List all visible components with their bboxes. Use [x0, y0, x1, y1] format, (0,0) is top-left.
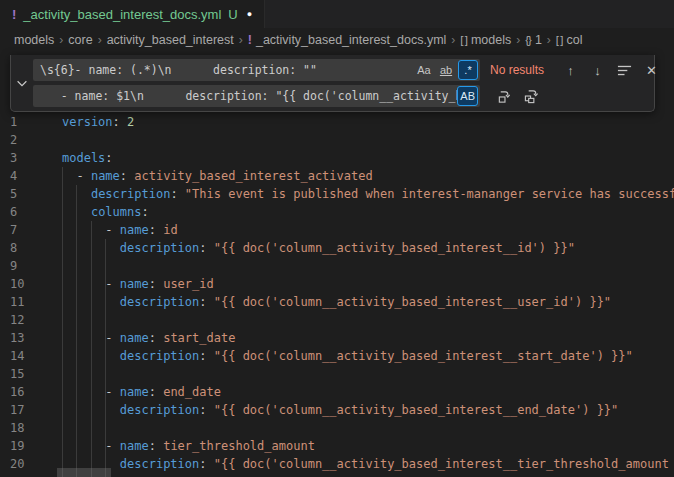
- breadcrumb-separator: ›: [59, 33, 63, 47]
- breadcrumb-label: models: [471, 33, 511, 47]
- find-in-selection-icon: [617, 63, 632, 78]
- breadcrumb-item-col[interactable]: [ ]col: [556, 33, 583, 47]
- line-number[interactable]: 7: [0, 221, 40, 239]
- breadcrumb-label: activity_based_interest: [107, 33, 234, 47]
- code-text: version: 2: [62, 113, 134, 131]
- line-number[interactable]: 8: [0, 239, 40, 257]
- symbol-object-icon: {}: [525, 34, 531, 46]
- line-number[interactable]: 11: [0, 293, 40, 311]
- find-in-selection-button[interactable]: [614, 60, 635, 81]
- code-line[interactable]: 14 description: "{{ doc('column__activit…: [0, 347, 674, 365]
- code-text: columns:: [62, 203, 149, 221]
- line-number[interactable]: 13: [0, 329, 40, 347]
- breadcrumb-item-activity_based_interest[interactable]: activity_based_interest: [107, 33, 234, 47]
- horizontal-scrollbar[interactable]: [57, 468, 111, 477]
- breadcrumb-item-models[interactable]: models: [14, 33, 54, 47]
- code-line[interactable]: 19 - name: tier_threshold_amount: [0, 437, 674, 455]
- line-number[interactable]: 9: [0, 257, 40, 275]
- breadcrumb-separator: ›: [98, 33, 102, 47]
- previous-match-button[interactable]: ↑: [560, 60, 581, 81]
- line-number[interactable]: 12: [0, 311, 40, 329]
- code-line[interactable]: 1version: 2: [0, 113, 674, 131]
- breadcrumb-item-core[interactable]: core: [68, 33, 92, 47]
- code-text: description: "{{ doc('column__activity_b…: [62, 401, 618, 419]
- breadcrumb-separator: ›: [516, 33, 520, 47]
- tab-activity-based-interest-docs[interactable]: ! _activity_based_interest_docs.yml U ●: [0, 0, 265, 28]
- line-number[interactable]: 1: [0, 113, 40, 131]
- code-text: - name: user_id: [62, 275, 214, 293]
- code-line[interactable]: 9: [0, 257, 674, 275]
- git-untracked-badge: U: [228, 7, 237, 22]
- code-line[interactable]: 3models:: [0, 149, 674, 167]
- replace-icon: [497, 89, 512, 104]
- code-line[interactable]: 11 description: "{{ doc('column__activit…: [0, 293, 674, 311]
- code-line[interactable]: 18: [0, 419, 674, 437]
- editor-pane[interactable]: 1version: 223models:4 - name: activity_b…: [0, 52, 674, 477]
- line-number[interactable]: 5: [0, 185, 40, 203]
- code-line[interactable]: 17 description: "{{ doc('column__activit…: [0, 401, 674, 419]
- yaml-file-icon: !: [12, 7, 16, 22]
- line-number[interactable]: 3: [0, 149, 40, 167]
- find-input[interactable]: \s{6}- name: (.*)\n description: "" Aa a…: [33, 59, 480, 81]
- whole-word-button[interactable]: ab: [436, 60, 456, 80]
- code-line[interactable]: 15: [0, 365, 674, 383]
- code-text: - name: end_date: [62, 383, 221, 401]
- line-number[interactable]: 18: [0, 419, 40, 437]
- tab-filename: _activity_based_interest_docs.yml: [23, 7, 221, 22]
- replace-input[interactable]: - name: $1\n description: "{{ doc('colum…: [33, 85, 480, 107]
- code-line[interactable]: 7 - name: id: [0, 221, 674, 239]
- code-text: - name: start_date: [62, 329, 235, 347]
- tab-bar: ! _activity_based_interest_docs.yml U ●: [0, 0, 674, 28]
- code-area[interactable]: 1version: 223models:4 - name: activity_b…: [0, 113, 674, 473]
- modified-indicator-dot[interactable]: ●: [247, 9, 252, 19]
- code-line[interactable]: 4 - name: activity_based_interest_activa…: [0, 167, 674, 185]
- code-line[interactable]: 16 - name: end_date: [0, 383, 674, 401]
- find-replace-widget: \s{6}- name: (.*)\n description: "" Aa a…: [10, 55, 655, 112]
- line-number[interactable]: 14: [0, 347, 40, 365]
- breadcrumb-item-_activity_based_interest_docs.yml[interactable]: !_activity_based_interest_docs.yml: [248, 33, 447, 47]
- code-text: description: "This event is published wh…: [62, 185, 674, 203]
- code-line[interactable]: 12: [0, 311, 674, 329]
- code-text: - name: id: [62, 221, 178, 239]
- code-line[interactable]: 2: [0, 131, 674, 149]
- replace-all-button[interactable]: [521, 86, 542, 107]
- line-number[interactable]: 10: [0, 275, 40, 293]
- match-case-button[interactable]: Aa: [414, 60, 434, 80]
- line-number[interactable]: 16: [0, 383, 40, 401]
- line-number[interactable]: 2: [0, 131, 40, 149]
- match-count-status: No results: [490, 63, 554, 77]
- replace-all-icon: [524, 89, 539, 104]
- symbol-array-icon: [ ]: [460, 34, 467, 46]
- line-number[interactable]: 20: [0, 455, 40, 473]
- breadcrumb-separator: ›: [547, 33, 551, 47]
- code-line[interactable]: 10 - name: user_id: [0, 275, 674, 293]
- code-line[interactable]: 13 - name: start_date: [0, 329, 674, 347]
- breadcrumb-item-models[interactable]: [ ]models: [460, 33, 511, 47]
- code-line[interactable]: 8 description: "{{ doc('column__activity…: [0, 239, 674, 257]
- code-line[interactable]: 5 description: "This event is published …: [0, 185, 674, 203]
- find-input-value: \s{6}- name: (.*)\n description: "": [33, 63, 414, 77]
- breadcrumb-item-1[interactable]: {}1: [525, 33, 542, 47]
- line-number[interactable]: 15: [0, 365, 40, 383]
- line-number[interactable]: 17: [0, 401, 40, 419]
- breadcrumb: models›core›activity_based_interest›!_ac…: [0, 28, 674, 52]
- code-text: - name: activity_based_interest_activate…: [62, 167, 373, 185]
- chevron-down-icon: [15, 76, 29, 90]
- breadcrumb-label: col: [566, 33, 582, 47]
- breadcrumb-separator: ›: [451, 33, 455, 47]
- code-text: description: "{{ doc('column__activity_b…: [62, 293, 611, 311]
- code-text: description: "{{ doc('column__activity_b…: [62, 455, 669, 473]
- toggle-replace-chevron[interactable]: [11, 55, 33, 111]
- line-number[interactable]: 6: [0, 203, 40, 221]
- breadcrumb-label: _activity_based_interest_docs.yml: [256, 33, 446, 47]
- replace-button[interactable]: [494, 86, 515, 107]
- code-text: models:: [62, 149, 113, 167]
- code-line[interactable]: 6 columns:: [0, 203, 674, 221]
- preserve-case-button[interactable]: AB: [457, 86, 478, 106]
- close-button[interactable]: ✕: [641, 60, 662, 81]
- next-match-button[interactable]: ↓: [587, 60, 608, 81]
- regex-button[interactable]: .*: [458, 60, 478, 80]
- line-number[interactable]: 4: [0, 167, 40, 185]
- vscode-window: ! _activity_based_interest_docs.yml U ● …: [0, 0, 674, 477]
- line-number[interactable]: 19: [0, 437, 40, 455]
